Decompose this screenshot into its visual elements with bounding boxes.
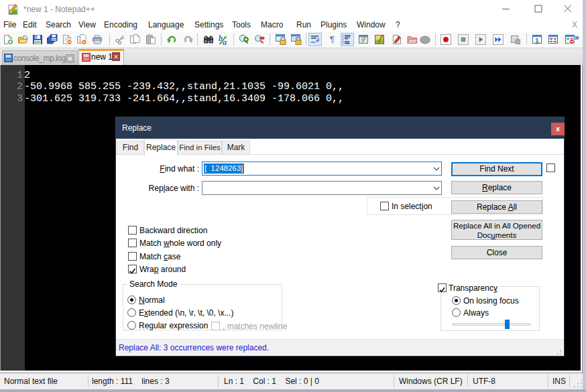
svg-text:1: 1	[535, 36, 538, 44]
svg-text:¶: ¶	[330, 34, 335, 44]
